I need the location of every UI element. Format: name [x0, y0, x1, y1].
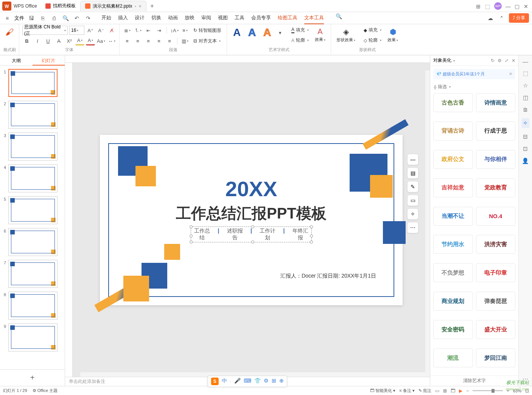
slide-year[interactable]: 20XX [100, 176, 403, 201]
font-color-icon[interactable]: A▾ [86, 36, 95, 45]
wordart-style-option[interactable]: 党政教育 [476, 178, 516, 197]
add-slide-button[interactable]: + [0, 369, 65, 386]
slide-tags-textbox[interactable]: 工作总结 | 述职报告 | 工作计划 | 年终汇报 [191, 226, 312, 242]
wordart-style-option[interactable]: 盛大开业 [476, 320, 516, 339]
slide-canvas[interactable]: 20XX 工作总结汇报PPT模板 工作总结 | 述职报告 | 工作计划 | 年终… [100, 135, 403, 305]
tab-template[interactable]: 找稻壳模板 [41, 1, 80, 11]
wordart-style-option[interactable]: 与你相伴 [476, 150, 516, 169]
tab-design[interactable]: 设计 [135, 12, 145, 24]
keyboard-icon[interactable]: ⌨ [244, 378, 251, 385]
slide-preview[interactable] [8, 323, 58, 351]
share-button[interactable]: ⤴ 分享 [509, 13, 529, 23]
change-case-icon[interactable]: Aa▾ [96, 36, 106, 45]
wordart-style-option[interactable]: 吉祥如意 [433, 178, 473, 197]
wordart-style-option[interactable]: 弹奏琵琶 [476, 292, 516, 311]
justify-icon[interactable]: ≡ [154, 36, 163, 45]
sorter-view-icon[interactable]: ⊞ [443, 388, 447, 393]
superscript-icon[interactable]: X² [65, 36, 74, 45]
notes-bar[interactable]: 单击此处添加备注 S 中 , 🎤 ⌨ 👕 ⚙ ⊞ ⊕ [65, 377, 430, 386]
clear-wordart-button[interactable]: 清除艺术字 [430, 375, 518, 386]
line-spacing-icon[interactable]: ≡▾ [180, 26, 190, 35]
wordart-style-option[interactable]: 行成于思 [476, 122, 516, 141]
slide-preview[interactable] [8, 228, 58, 256]
tab-review[interactable]: 审阅 [201, 12, 211, 24]
menu-icon[interactable]: ≡ [3, 14, 11, 22]
smart-shape-button[interactable]: ↻ 转智能图形 [191, 26, 224, 35]
float-layers-icon[interactable]: ▤ [407, 167, 418, 179]
italic-icon[interactable]: I [33, 36, 42, 45]
decrease-font-icon[interactable]: A⁻ [96, 26, 106, 35]
restore-button[interactable]: ▢ [515, 3, 520, 9]
skin-icon[interactable]: 👕 [254, 378, 261, 385]
close-icon[interactable]: ✕ [512, 58, 515, 63]
numbering-icon[interactable]: ⒈▾ [133, 26, 142, 35]
ruler-vertical[interactable] [65, 63, 73, 377]
text-outline-button[interactable]: A 轮廓▾ [289, 36, 311, 45]
shape-fill-button[interactable]: ◆ 填充▾ [361, 26, 384, 34]
indent-icon[interactable]: ⇥ [154, 26, 163, 35]
wordart-more-icon[interactable]: ▾ [275, 28, 285, 37]
shape-effects2-button[interactable]: ⬢ 效果▾ [385, 26, 400, 44]
outdent-icon[interactable]: ⇤ [144, 26, 153, 35]
rail-chart-icon[interactable]: ⊡ [523, 145, 528, 152]
bullets-icon[interactable]: ≣▾ [123, 26, 132, 35]
grid-icon[interactable]: ⊞ [476, 3, 481, 9]
wordart-style-option[interactable]: 商业规划 [433, 292, 473, 311]
float-edit-icon[interactable]: ✎ [407, 181, 418, 192]
collapse-icon[interactable]: ⌃ [498, 14, 506, 22]
char-spacing-icon[interactable]: ↔▾ [107, 36, 116, 45]
toolbox-icon[interactable]: ⚙ [264, 378, 269, 385]
slide-preview[interactable] [8, 133, 58, 161]
avatar[interactable]: WP [494, 2, 502, 10]
wordart-style-option[interactable]: 当潮不让 [433, 207, 473, 226]
wordart-style-option[interactable]: 安全密码 [433, 320, 473, 339]
wordart-style-3[interactable]: A [260, 26, 274, 39]
rail-settings-icon[interactable]: ⊟ [523, 133, 528, 140]
wordart-style-option[interactable]: 梦回江南 [476, 348, 516, 367]
wordart-style-option[interactable]: NO.4 [476, 207, 516, 226]
align-left-icon[interactable]: ≡ [123, 36, 132, 45]
rail-magic-icon[interactable]: ✧ [521, 118, 529, 128]
slide-position[interactable]: 幻灯片 1 / 29 [3, 388, 27, 393]
slide-preview[interactable] [8, 260, 58, 288]
ruler-horizontal[interactable] [65, 55, 430, 63]
align-right-icon[interactable]: ≡ [144, 36, 153, 45]
slide-thumbnail[interactable]: 7 [2, 260, 63, 288]
export-icon[interactable]: ⎘ [39, 14, 47, 22]
filter-button[interactable]: ⟠ 筛选▾ [430, 82, 518, 92]
theme-indicator[interactable]: ⚙ Office 主题 [33, 388, 58, 393]
cube-icon[interactable]: ⬚ [485, 3, 490, 9]
slides-tab[interactable]: 幻灯片 [33, 55, 65, 66]
slide-preview[interactable] [8, 101, 58, 129]
save-icon[interactable]: 🖫 [27, 14, 36, 22]
tab-current-doc[interactable]: 演示文稿素材2.pptx ● ✕ [80, 1, 147, 11]
search-icon[interactable]: 🔍 [334, 12, 343, 20]
shape-effects-button[interactable]: ◈ 形状效果▾ [334, 26, 358, 44]
add-tab-button[interactable]: + [146, 3, 157, 9]
slide-thumbnail[interactable]: 3 [2, 133, 63, 161]
close-icon[interactable]: ✕ [509, 72, 512, 77]
scrollbar-vertical[interactable] [425, 70, 430, 377]
rail-layers-icon[interactable]: ◫ [523, 94, 528, 101]
tab-slideshow[interactable]: 放映 [185, 12, 194, 24]
ime-lang-icon[interactable]: 中 [222, 378, 227, 385]
slide-thumbnail[interactable]: 4 [2, 164, 63, 192]
float-collapse-icon[interactable]: — [407, 154, 418, 165]
underline-icon[interactable]: U [44, 36, 53, 45]
wordart-style-option[interactable]: 诗情画意 [476, 93, 516, 112]
float-magic-icon[interactable]: ✧ [407, 208, 418, 220]
slide-thumbnail[interactable]: 8 [2, 292, 63, 320]
wordart-style-option[interactable]: 电子印章 [476, 263, 516, 282]
grid-icon[interactable]: ⊞ [272, 378, 276, 385]
rail-person-icon[interactable]: 👤 [522, 158, 529, 164]
tab-members[interactable]: 会员专享 [251, 12, 271, 24]
slide-thumbnail[interactable]: 5 [2, 196, 63, 224]
format-painter-button[interactable]: 🖌 [3, 26, 16, 39]
minimize-button[interactable]: — [506, 3, 511, 9]
text-effects-button[interactable]: A 效果▾ [313, 26, 328, 44]
tab-animation[interactable]: 动画 [168, 12, 178, 24]
slideshow-icon[interactable]: ▶ [459, 388, 462, 393]
undo-icon[interactable]: ↶ [73, 14, 81, 22]
rail-doc-icon[interactable]: 🗎 [523, 106, 528, 113]
float-more-icon[interactable]: ⋯ [407, 222, 418, 233]
